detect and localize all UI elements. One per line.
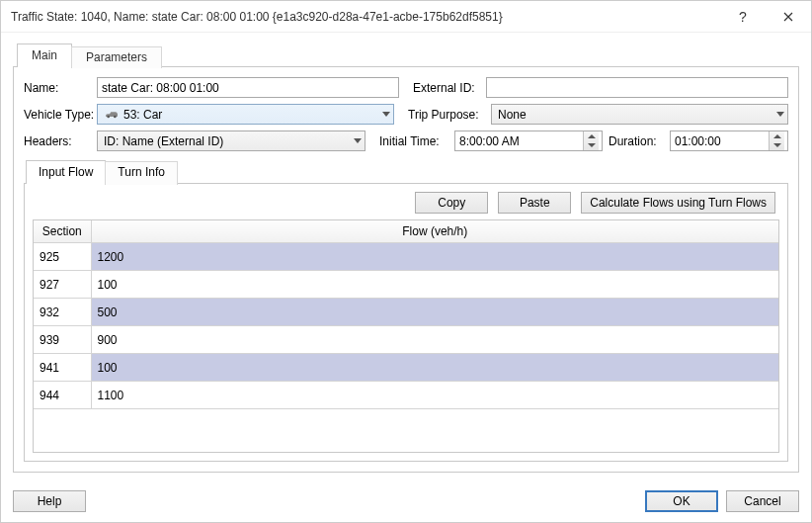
input-flow-panel: Copy Paste Calculate Flows using Turn Fl… [24,183,788,462]
headers-value: ID: Name (External ID) [102,134,223,148]
cell-flow[interactable]: 1200 [91,243,778,271]
help-button[interactable]: Help [13,490,86,512]
spin-buttons[interactable] [769,131,784,150]
chevron-down-icon [776,112,784,117]
initial-time-value: 8:00:00 AM [459,134,520,148]
tab-input-flow[interactable]: Input Flow [26,160,106,184]
cancel-button[interactable]: Cancel [726,490,799,512]
dialog-body: Main Parameters Name: External ID: Vehic… [1,33,811,480]
car-icon [104,110,120,120]
svg-point-0 [107,115,110,118]
vehicle-type-value: 53: Car [123,108,162,122]
copy-button[interactable]: Copy [415,192,488,214]
table-row[interactable]: 944 1100 [34,382,778,409]
headers-combo[interactable]: ID: Name (External ID) [97,131,365,151]
tab-main[interactable]: Main [17,44,72,67]
dialog-footer: Help OK Cancel [1,480,811,522]
cell-flow[interactable]: 100 [91,271,778,299]
table-row[interactable]: 932 500 [34,299,778,326]
table-row[interactable]: 939 900 [34,326,778,354]
cell-flow[interactable]: 1100 [91,382,778,409]
duration-spinner[interactable]: 01:00:00 [670,131,788,151]
spin-down[interactable] [584,141,599,151]
spin-up[interactable] [770,131,784,141]
cell-section[interactable]: 941 [34,354,91,382]
paste-button[interactable]: Paste [498,192,571,214]
cell-section[interactable]: 944 [34,382,91,409]
cell-section[interactable]: 925 [34,243,91,271]
trip-purpose-combo[interactable]: None [491,104,788,125]
headers-label: Headers: [24,134,91,148]
flow-table[interactable]: Section Flow (veh/h) 925 1200 927 100 [34,220,778,409]
vehicle-type-label: Vehicle Type: [24,108,91,122]
cell-flow[interactable]: 500 [91,299,778,326]
chevron-up-icon [588,134,596,138]
spin-down[interactable] [770,141,784,151]
sub-tabs: Input Flow Turn Info [26,159,788,183]
col-header-flow[interactable]: Flow (veh/h) [91,220,778,243]
chevron-down-icon [354,138,362,143]
window-title: Traffic State: 1040, Name: state Car: 08… [11,10,720,24]
main-panel: Name: External ID: Vehicle Type: 53: Car… [13,66,799,473]
help-titlebar-button[interactable]: ? [720,1,766,33]
table-row[interactable]: 941 100 [34,354,778,382]
row-name: Name: External ID: [24,77,788,98]
external-id-label: External ID: [413,81,480,95]
trip-purpose-label: Trip Purpose: [408,108,485,122]
svg-point-1 [114,115,117,118]
table-row[interactable]: 927 100 [34,271,778,299]
row-vehicletype: Vehicle Type: 53: Car Trip Purpose: None [24,104,788,125]
name-label: Name: [24,81,91,95]
flow-table-container: Section Flow (veh/h) 925 1200 927 100 [33,219,779,453]
table-actions: Copy Paste Calculate Flows using Turn Fl… [33,192,779,214]
duration-value: 01:00:00 [675,134,721,148]
row-headers: Headers: ID: Name (External ID) Initial … [24,131,788,151]
cell-section[interactable]: 932 [34,299,91,326]
spin-up[interactable] [584,131,599,141]
external-id-input[interactable] [486,77,788,98]
title-bar: Traffic State: 1040, Name: state Car: 08… [1,1,811,33]
ok-button[interactable]: OK [645,490,718,512]
chevron-down-icon [382,112,390,117]
trip-purpose-value: None [496,108,527,122]
cell-flow[interactable]: 100 [91,354,778,382]
vehicle-type-combo[interactable]: 53: Car [97,104,394,125]
duration-label: Duration: [609,134,664,148]
initial-time-label: Initial Time: [379,134,448,148]
table-blank-area [34,409,778,452]
top-tabs: Main Parameters [17,43,799,66]
close-button[interactable] [766,1,811,33]
chevron-down-icon [588,143,596,147]
col-header-section[interactable]: Section [34,220,91,243]
cell-section[interactable]: 939 [34,326,91,354]
name-input[interactable] [97,77,399,98]
initial-time-spinner[interactable]: 8:00:00 AM [454,131,603,151]
spin-buttons[interactable] [583,131,599,150]
chevron-down-icon [773,143,781,147]
tab-turn-info[interactable]: Turn Info [105,161,178,185]
cell-section[interactable]: 927 [34,271,91,299]
table-row[interactable]: 925 1200 [34,243,778,271]
chevron-up-icon [773,134,781,138]
cell-flow[interactable]: 900 [91,326,778,354]
close-icon [783,12,793,22]
tab-parameters[interactable]: Parameters [71,46,162,68]
calculate-flows-button[interactable]: Calculate Flows using Turn Flows [581,192,775,214]
